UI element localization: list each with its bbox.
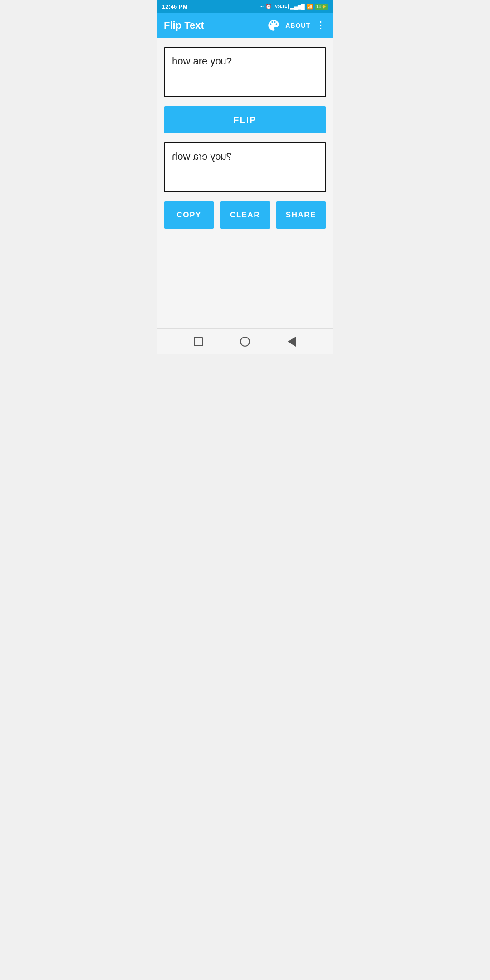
alarm-icon: ⏰ (265, 4, 272, 10)
flip-button[interactable]: FLIP (164, 106, 326, 133)
about-button[interactable]: ABOUT (285, 22, 310, 29)
nav-recents-button[interactable] (192, 335, 205, 348)
input-box[interactable]: how are you? (164, 47, 326, 97)
home-icon (240, 337, 250, 347)
share-button[interactable]: SHARE (276, 201, 326, 229)
recents-icon (194, 337, 203, 346)
output-box: how are you? (164, 142, 326, 192)
palette-button[interactable] (267, 19, 280, 32)
status-time: 12:46 PM (162, 3, 187, 10)
volte-icon: VoLTE (274, 4, 289, 9)
main-content: how are you? FLIP how are you? COPY CLEA… (157, 38, 333, 328)
app-bar: Flip Text ABOUT ⋮ (157, 13, 333, 38)
input-text: how are you? (172, 55, 232, 67)
action-buttons: COPY CLEAR SHARE (164, 201, 326, 229)
nav-bar (157, 328, 333, 354)
output-text: how are you? (172, 151, 232, 162)
lightning-icon: ⚡ (321, 4, 327, 9)
more-options-button[interactable]: ⋮ (316, 20, 326, 31)
wifi-icon: 📶 (307, 4, 313, 10)
back-icon (288, 337, 296, 347)
signal-dots-icon: ··· (260, 4, 264, 9)
battery-icon: 11 ⚡ (315, 4, 328, 10)
clear-button[interactable]: CLEAR (220, 201, 270, 229)
app-title: Flip Text (164, 20, 262, 31)
copy-button[interactable]: COPY (164, 201, 214, 229)
nav-home-button[interactable] (239, 335, 251, 348)
nav-back-button[interactable] (285, 335, 298, 348)
status-bar: 12:46 PM ··· ⏰ VoLTE ▂▄▆█ 📶 11 ⚡ (157, 0, 333, 13)
signal-bars-icon: ▂▄▆█ (290, 4, 305, 10)
status-icons: ··· ⏰ VoLTE ▂▄▆█ 📶 11 ⚡ (260, 4, 328, 10)
